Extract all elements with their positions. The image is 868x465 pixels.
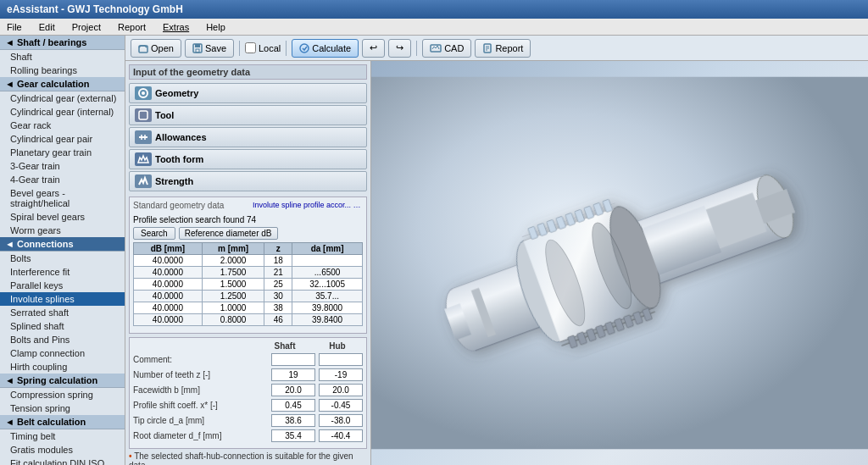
sidebar-section-belt[interactable]: ◄ Belt calculation bbox=[0, 415, 125, 429]
menu-file[interactable]: File bbox=[3, 21, 25, 33]
toolbar: Open Save Local Calculate ↩ ↪ bbox=[125, 36, 868, 61]
gear-section-label: ◄ Gear calculation bbox=[5, 79, 90, 89]
tip-circle-shaft-input[interactable] bbox=[271, 414, 315, 427]
svg-point-11 bbox=[142, 91, 145, 95]
sidebar-item-rolling-bearings[interactable]: Rolling bearings bbox=[0, 64, 125, 77]
report-button[interactable]: Report bbox=[475, 39, 531, 58]
sidebar-item-fit-calc[interactable]: Fit calculation DIN ISO 286 bbox=[0, 457, 125, 465]
sidebar-item-involute-splines[interactable]: Involute splines bbox=[0, 292, 125, 306]
sidebar-item-compression[interactable]: Compression spring bbox=[0, 388, 125, 401]
sidebar-item-timing-belt[interactable]: Timing belt bbox=[0, 429, 125, 443]
num-teeth-shaft-input[interactable] bbox=[271, 368, 315, 381]
tab-tool-label: Tool bbox=[155, 110, 174, 120]
comment-shaft-input[interactable] bbox=[271, 353, 315, 366]
root-diam-row: Root diameter d_f [mm] bbox=[133, 429, 363, 442]
col-header-z: z bbox=[264, 243, 292, 255]
spring-section-label: ◄ Spring calculation bbox=[5, 375, 97, 385]
tab-geometry[interactable]: Geometry bbox=[129, 83, 367, 103]
menu-extras[interactable]: Extras bbox=[159, 21, 192, 33]
sidebar-item-spiral[interactable]: Spiral bevel gears bbox=[0, 210, 125, 224]
sidebar-item-cyl-int[interactable]: Cylindrical gear (internal) bbox=[0, 105, 125, 119]
col-header-da: da [mm] bbox=[292, 243, 363, 255]
table-row[interactable]: 40.00001.25003035.7... bbox=[134, 291, 363, 302]
col-spacer bbox=[133, 341, 258, 351]
tab-toothform[interactable]: Tooth form bbox=[129, 149, 367, 169]
root-diam-hub-input[interactable] bbox=[319, 429, 363, 442]
sidebar-item-planetary[interactable]: Planetary gear train bbox=[0, 146, 125, 159]
cad-label: CAD bbox=[444, 43, 464, 53]
tab-strength-label: Strength bbox=[155, 176, 193, 186]
cad-icon bbox=[430, 43, 442, 53]
num-teeth-row: Number of teeth z [-] bbox=[133, 368, 363, 381]
sidebar-item-parallel-keys[interactable]: Parallel keys bbox=[0, 279, 125, 292]
num-teeth-hub-input[interactable] bbox=[319, 368, 363, 381]
table-row[interactable]: 40.00001.50002532...1005 bbox=[134, 279, 363, 291]
open-button[interactable]: Open bbox=[131, 39, 181, 58]
table-row[interactable]: 40.00000.80004639.8400 bbox=[134, 314, 363, 326]
profile-shift-row: Profile shift coeff. x* [-] bbox=[133, 399, 363, 412]
sidebar-item-serrated[interactable]: Serrated shaft bbox=[0, 306, 125, 319]
facewidth-shaft-input[interactable] bbox=[271, 384, 315, 396]
sidebar-item-3gear[interactable]: 3-Gear train bbox=[0, 159, 125, 173]
tab-strength[interactable]: Strength bbox=[129, 171, 367, 191]
local-checkbox-label[interactable]: Local bbox=[245, 42, 281, 53]
profile-shift-hub-input[interactable] bbox=[319, 399, 363, 412]
cad-button[interactable]: CAD bbox=[422, 39, 471, 58]
sidebar-item-gratis[interactable]: Gratis modules bbox=[0, 443, 125, 457]
sidebar-section-spring[interactable]: ◄ Spring calculation bbox=[0, 374, 125, 388]
cad-view bbox=[371, 61, 868, 465]
sidebar-item-bolts[interactable]: Bolts bbox=[0, 252, 125, 265]
redo-button[interactable]: ↪ bbox=[388, 39, 411, 58]
sidebar-item-interference[interactable]: Interference fit bbox=[0, 265, 125, 279]
root-diam-label: Root diameter d_f [mm] bbox=[133, 431, 268, 440]
sidebar-section-connections[interactable]: ◄ Connections bbox=[0, 237, 125, 252]
ref-diam-button[interactable]: Reference diameter dB bbox=[179, 227, 278, 240]
note-text: The selected shaft-hub-connection is sui… bbox=[129, 451, 353, 465]
sidebar-item-4gear[interactable]: 4-Gear train bbox=[0, 173, 125, 186]
params-area: Shaft Hub Comment: Number of teeth z [-] bbox=[129, 337, 367, 449]
tab-tool[interactable]: Tool bbox=[129, 105, 367, 125]
belt-section-label: ◄ Belt calculation bbox=[5, 417, 86, 427]
search-button[interactable]: Search bbox=[133, 227, 175, 240]
sidebar-item-splined[interactable]: Splined shaft bbox=[0, 319, 125, 333]
sidebar-item-gear-rack[interactable]: Gear rack bbox=[0, 119, 125, 132]
facewidth-hub-input[interactable] bbox=[319, 384, 363, 396]
sidebar-item-tension[interactable]: Tension spring bbox=[0, 401, 125, 415]
col-header-m: m [mm] bbox=[202, 243, 264, 255]
svg-point-4 bbox=[300, 44, 309, 53]
sidebar-item-bolts-pins[interactable]: Bolts and Pins bbox=[0, 333, 125, 346]
tool-icon bbox=[135, 108, 152, 122]
titlebar: eAssistant - GWJ Technology GmbH bbox=[0, 0, 868, 19]
strength-icon bbox=[135, 174, 152, 188]
sidebar-item-cyl-pair[interactable]: Cylindrical gear pair bbox=[0, 132, 125, 146]
table-row[interactable]: 40.00001.00003839.8000 bbox=[134, 302, 363, 314]
sidebar-item-bevel[interactable]: Bevel gears - straight/helical bbox=[0, 186, 125, 210]
local-checkbox[interactable] bbox=[245, 42, 256, 53]
sidebar-item-worm[interactable]: Worm gears bbox=[0, 224, 125, 237]
sidebar-item-hirth[interactable]: Hirth coupling bbox=[0, 360, 125, 374]
table-row[interactable]: 40.00002.000018 bbox=[134, 255, 363, 267]
menu-project[interactable]: Project bbox=[69, 21, 104, 33]
input-area-title: Input of the geometry data bbox=[129, 64, 367, 80]
tip-circle-hub-input[interactable] bbox=[319, 414, 363, 427]
save-button[interactable]: Save bbox=[185, 39, 234, 58]
sidebar-item-clamp[interactable]: Clamp connection bbox=[0, 346, 125, 360]
svg-rect-12 bbox=[139, 111, 147, 119]
root-diam-shaft-input[interactable] bbox=[271, 429, 315, 442]
sidebar-item-cyl-ext[interactable]: Cylindrical gear (external) bbox=[0, 91, 125, 105]
redo-icon: ↪ bbox=[396, 42, 403, 53]
table-row[interactable]: 40.00001.750021...6500 bbox=[134, 267, 363, 279]
calculate-button[interactable]: Calculate bbox=[292, 39, 359, 58]
sidebar-section-gear[interactable]: ◄ Gear calculation bbox=[0, 77, 125, 91]
menu-report[interactable]: Report bbox=[114, 21, 149, 33]
menu-help[interactable]: Help bbox=[203, 21, 229, 33]
comment-hub-input[interactable] bbox=[319, 353, 363, 366]
menu-edit[interactable]: Edit bbox=[36, 21, 58, 33]
profile-shift-shaft-input[interactable] bbox=[271, 399, 315, 412]
hub-col-header: Hub bbox=[312, 341, 363, 351]
undo-button[interactable]: ↩ bbox=[362, 39, 385, 58]
sidebar-section-shaft[interactable]: ◄ Shaft / bearings bbox=[0, 36, 125, 50]
tab-allowances[interactable]: Allowances bbox=[129, 127, 367, 147]
sidebar-item-shaft[interactable]: Shaft bbox=[0, 50, 125, 64]
profile-found-text: Profile selection search found 74 bbox=[133, 215, 256, 224]
